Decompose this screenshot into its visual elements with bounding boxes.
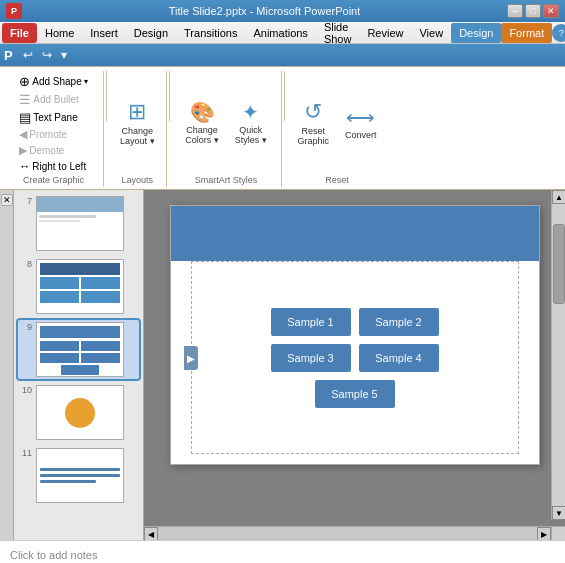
menu-design-active[interactable]: Design (451, 23, 501, 43)
slide-num-9: 9 (20, 322, 32, 332)
reset-label: Reset (325, 173, 349, 185)
slide-num-11: 11 (20, 448, 32, 458)
preview-circle (65, 398, 95, 428)
slide-preview-10 (36, 385, 124, 440)
menu-home[interactable]: Home (37, 23, 82, 43)
demote-button[interactable]: ▶ Demote (17, 143, 66, 158)
menu-file[interactable]: File (2, 23, 37, 43)
change-colors-button[interactable]: 🎨 ChangeColors ▾ (180, 97, 224, 149)
slide-num-7: 7 (20, 196, 32, 206)
smartart-expand-arrow[interactable]: ▶ (184, 346, 198, 370)
slide-thumb-10[interactable]: 10 (18, 383, 139, 442)
smartart-box-2[interactable]: Sample 2 (359, 308, 439, 336)
menu-view[interactable]: View (411, 23, 451, 43)
change-colors-icon: 🎨 (190, 100, 215, 124)
menu-format[interactable]: Format (501, 23, 552, 43)
separator-3 (284, 71, 285, 121)
slide-panel[interactable]: 7 8 9 (14, 190, 144, 540)
ribbon: ⊕ Add Shape ▾ ☰ Add Bullet ▤ Text Pane ◀… (0, 66, 565, 190)
main-area: ✕ 7 8 (0, 190, 565, 540)
scroll-corner (551, 526, 565, 540)
ribbon-group-smartart-styles: 🎨 ChangeColors ▾ ✦ QuickStyles ▾ SmartAr… (172, 71, 282, 187)
minimize-button[interactable]: ─ (507, 4, 523, 18)
close-button[interactable]: ✕ (543, 4, 559, 18)
promote-button[interactable]: ◀ Promote (17, 127, 69, 142)
change-layout-icon: ⊞ (128, 99, 146, 125)
demote-label: Demote (29, 145, 64, 156)
add-bullet-icon: ☰ (19, 92, 31, 107)
text-pane-icon: ▤ (19, 110, 31, 125)
create-graphic-label: Create Graphic (23, 173, 84, 185)
add-shape-dropdown-icon[interactable]: ▾ (84, 77, 88, 86)
smartart-styles-label: SmartArt Styles (195, 173, 258, 185)
reset-graphic-button[interactable]: ↺ ResetGraphic (293, 96, 335, 150)
convert-button[interactable]: ⟷ Convert (340, 102, 382, 144)
redo-button[interactable]: ↪ (39, 47, 55, 63)
change-layout-label: ChangeLayout ▾ (120, 127, 155, 147)
panel-toggle[interactable]: ✕ (0, 190, 14, 540)
change-layout-button[interactable]: ⊞ ChangeLayout ▾ (115, 96, 160, 150)
vertical-scrollbar[interactable]: ▲ ▼ (551, 190, 565, 520)
menu-transitions[interactable]: Transitions (176, 23, 245, 43)
title-bar: P Title Slide2.pptx - Microsoft PowerPoi… (0, 0, 565, 22)
separator-2 (169, 71, 170, 121)
menu-insert[interactable]: Insert (82, 23, 126, 43)
quick-styles-button[interactable]: ✦ QuickStyles ▾ (230, 97, 272, 149)
reset-graphic-label: ResetGraphic (298, 127, 330, 147)
ribbon-group-reset: ↺ ResetGraphic ⟷ Convert Reset (287, 71, 388, 187)
slide-thumb-8[interactable]: 8 (18, 257, 139, 316)
collapse-panel-button[interactable]: ✕ (1, 194, 13, 206)
slide-thumb-9[interactable]: 9 (18, 320, 139, 379)
convert-icon: ⟷ (346, 105, 375, 129)
slide-thumb-7[interactable]: 7 (18, 194, 139, 253)
scroll-up-button[interactable]: ▲ (552, 190, 565, 204)
slide-num-10: 10 (20, 385, 32, 395)
maximize-button[interactable]: □ (525, 4, 541, 18)
slide-preview-8 (36, 259, 124, 314)
smartart-row-2: Sample 3 Sample 4 (271, 344, 439, 372)
smartart-row-1: Sample 1 Sample 2 (271, 308, 439, 336)
smartart-container[interactable]: ▶ Sample 1 Sample 2 Sample 3 Sample 4 Sa… (191, 261, 519, 454)
right-to-left-button[interactable]: ↔ Right to Left (17, 159, 88, 173)
smartart-box-5[interactable]: Sample 5 (315, 380, 395, 408)
quick-access-toolbar: P ↩ ↪ ▾ (0, 44, 565, 66)
notes-area[interactable]: Click to add notes (0, 540, 565, 563)
slide-num-8: 8 (20, 259, 32, 269)
reset-graphic-icon: ↺ (304, 99, 322, 125)
layouts-label: Layouts (122, 173, 154, 185)
slide-canvas: ▶ Sample 1 Sample 2 Sample 3 Sample 4 Sa… (170, 205, 540, 465)
menu-review[interactable]: Review (359, 23, 411, 43)
smartart-row-3: Sample 5 (315, 380, 395, 408)
app-icon: P (6, 3, 22, 19)
add-shape-icon: ⊕ (19, 74, 30, 89)
qat-dropdown-button[interactable]: ▾ (58, 47, 70, 63)
add-shape-button[interactable]: ⊕ Add Shape ▾ (17, 73, 90, 90)
menu-design[interactable]: Design (126, 23, 176, 43)
scroll-down-button[interactable]: ▼ (552, 506, 565, 520)
ribbon-content: ⊕ Add Shape ▾ ☰ Add Bullet ▤ Text Pane ◀… (0, 66, 565, 189)
ribbon-group-layouts: ⊞ ChangeLayout ▾ Layouts (109, 71, 167, 187)
add-bullet-button[interactable]: ☰ Add Bullet (17, 91, 81, 108)
add-shape-label: Add Shape (32, 76, 82, 87)
horizontal-scrollbar[interactable]: ◀ ▶ (144, 526, 551, 540)
scroll-left-button[interactable]: ◀ (144, 527, 158, 540)
add-bullet-label: Add Bullet (33, 94, 79, 105)
smartart-box-3[interactable]: Sample 3 (271, 344, 351, 372)
right-to-left-label: Right to Left (32, 161, 86, 172)
undo-button[interactable]: ↩ (20, 47, 36, 63)
smartart-box-4[interactable]: Sample 4 (359, 344, 439, 372)
text-pane-button[interactable]: ▤ Text Pane (17, 109, 79, 126)
menu-slideshow[interactable]: Slide Show (316, 23, 360, 43)
smartart-box-1[interactable]: Sample 1 (271, 308, 351, 336)
promote-icon: ◀ (19, 128, 27, 141)
slide-thumb-11[interactable]: 11 (18, 446, 139, 505)
ribbon-help-button[interactable]: ? (552, 24, 565, 42)
slide-preview-11 (36, 448, 124, 503)
scroll-thumb-vertical[interactable] (553, 224, 565, 304)
canvas-area: ▲ ▼ ◀ ▶ ▶ Sample 1 (144, 190, 565, 540)
demote-icon: ▶ (19, 144, 27, 157)
scroll-right-button[interactable]: ▶ (537, 527, 551, 540)
window-controls[interactable]: ─ □ ✕ (507, 4, 559, 18)
menu-animations[interactable]: Animations (245, 23, 315, 43)
quick-styles-label: QuickStyles ▾ (235, 126, 267, 146)
